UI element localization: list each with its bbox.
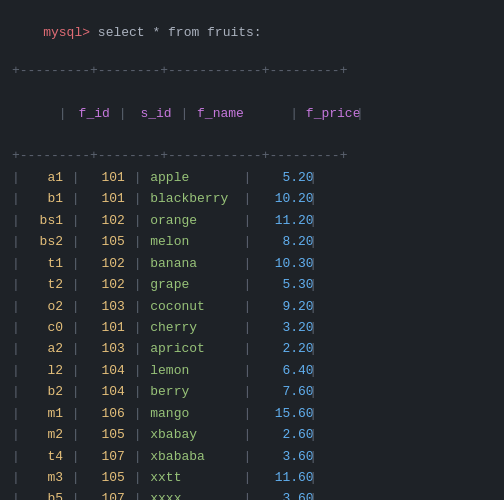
table-row: | a2 | 103 | apricot | 2.20 |	[12, 338, 492, 359]
table-row: | bs1 | 102 | orange | 11.20 |	[12, 210, 492, 231]
table-row: | b5 | 107 | xxxx | 3.60 |	[12, 488, 492, 500]
table-row: | t1 | 102 | banana | 10.30 |	[12, 253, 492, 274]
results-table: +---------+--------+------------+-------…	[12, 61, 492, 500]
command-text: select * from fruits:	[98, 25, 262, 40]
table-row: | a1 | 101 | apple | 5.20 |	[12, 167, 492, 188]
table-row: | m3 | 105 | xxtt | 11.60 |	[12, 467, 492, 488]
table-row: | t4 | 107 | xbababa | 3.60 |	[12, 446, 492, 467]
table-row: | bs2 | 105 | melon | 8.20 |	[12, 231, 492, 252]
terminal-window: mysql> select * from fruits: +---------+…	[12, 10, 492, 500]
table-row: | t2 | 102 | grape | 5.30 |	[12, 274, 492, 295]
divider-header: +---------+--------+------------+-------…	[12, 146, 492, 167]
table-row: | m2 | 105 | xbabay | 2.60 |	[12, 424, 492, 445]
table-row: | c0 | 101 | cherry | 3.20 |	[12, 317, 492, 338]
table-row: | m1 | 106 | mango | 15.60 |	[12, 403, 492, 424]
prompt-symbol: mysql>	[43, 25, 98, 40]
table-row: | l2 | 104 | lemon | 6.40 |	[12, 360, 492, 381]
divider-top: +---------+--------+------------+-------…	[12, 61, 492, 82]
table-row: | b2 | 104 | berry | 7.60 |	[12, 381, 492, 402]
table-header: | f_id | s_id | f_name | f_price |	[12, 82, 492, 146]
prompt-line: mysql> select * from fruits:	[12, 10, 492, 55]
table-row: | o2 | 103 | coconut | 9.20 |	[12, 296, 492, 317]
table-row: | b1 | 101 | blackberry | 10.20 |	[12, 188, 492, 209]
